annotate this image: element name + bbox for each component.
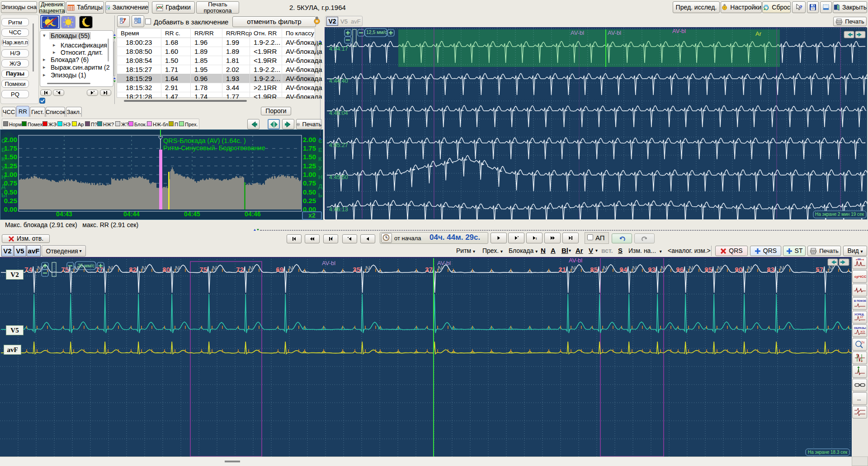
svg-text:N: N bbox=[632, 264, 637, 272]
svg-text:04:46: 04:46 bbox=[245, 210, 261, 218]
svg-text:На экране 2 мин 19 сек: На экране 2 мин 19 сек bbox=[815, 212, 864, 217]
svg-text:срЧСС: срЧСС bbox=[854, 275, 866, 279]
svg-text:N: N bbox=[142, 264, 146, 272]
svg-text:0.25: 0.25 bbox=[303, 197, 316, 204]
svg-text:...: ... bbox=[857, 396, 861, 401]
svg-text:75: 75 bbox=[199, 266, 207, 273]
svg-text:80: 80 bbox=[162, 266, 170, 273]
svg-text:1.00: 1.00 bbox=[303, 171, 316, 178]
svg-text:35: 35 bbox=[353, 266, 360, 273]
svg-text:04:43: 04:43 bbox=[56, 210, 72, 218]
svg-text:72: 72 bbox=[236, 266, 244, 273]
svg-text:75: 75 bbox=[61, 266, 69, 273]
svg-text:94: 94 bbox=[619, 266, 627, 273]
svg-text:N: N bbox=[249, 264, 254, 272]
svg-text:93: 93 bbox=[648, 266, 656, 273]
svg-text:2.00: 2.00 bbox=[303, 136, 316, 143]
svg-text:N: N bbox=[108, 264, 113, 272]
svg-text:К: К bbox=[318, 156, 322, 162]
svg-text:RR: RR bbox=[858, 258, 861, 261]
svg-text:N: N bbox=[175, 264, 180, 272]
svg-text:1.50: 1.50 bbox=[303, 153, 316, 161]
svg-text:4:46:13: 4:46:13 bbox=[329, 206, 348, 213]
svg-text:21: 21 bbox=[558, 266, 566, 273]
svg-text:N: N bbox=[660, 264, 665, 272]
svg-text:0.75: 0.75 bbox=[303, 179, 316, 187]
svg-text:AV-bl: AV-bl bbox=[672, 28, 686, 34]
svg-text:95: 95 bbox=[704, 266, 712, 273]
svg-text:В ПОКОЕ: В ПОКОЕ bbox=[854, 300, 866, 302]
svg-text:1.75: 1.75 bbox=[303, 144, 316, 152]
svg-text:Н: Н bbox=[318, 174, 322, 181]
svg-text:4:45:27: 4:45:27 bbox=[329, 142, 348, 148]
svg-text:4:45:04: 4:45:04 bbox=[329, 110, 348, 116]
svg-text:69: 69 bbox=[276, 266, 283, 273]
svg-text:0.75: 0.75 bbox=[4, 179, 17, 187]
svg-text:У: У bbox=[318, 165, 322, 171]
svg-text:На экране 18.3 сек: На экране 18.3 сек bbox=[808, 450, 848, 455]
svg-text:0.00: 0.00 bbox=[4, 205, 17, 213]
svg-text:Ритм-Синусовый. Бодрствование: Ритм-Синусовый. Бодрствование bbox=[163, 144, 265, 152]
svg-text:4:45:50: 4:45:50 bbox=[329, 174, 348, 181]
svg-text:82: 82 bbox=[129, 266, 137, 273]
svg-text:ОБРАЗЫ: ОБРАЗЫ bbox=[854, 327, 866, 329]
svg-text:1.25: 1.25 bbox=[4, 162, 17, 170]
svg-text:ST: ST bbox=[860, 316, 863, 319]
svg-text:85: 85 bbox=[590, 266, 598, 273]
svg-text:04:45: 04:45 bbox=[184, 210, 200, 218]
svg-text:Д: Д bbox=[318, 183, 323, 190]
svg-text:4:44:40: 4:44:40 bbox=[329, 78, 348, 84]
svg-text:N: N bbox=[747, 264, 752, 272]
svg-text:2.00: 2.00 bbox=[4, 136, 17, 143]
svg-text:!: ! bbox=[536, 237, 537, 240]
svg-text:?: ? bbox=[799, 5, 802, 10]
svg-text:1.75: 1.75 bbox=[4, 144, 17, 152]
svg-text:1.50: 1.50 bbox=[4, 153, 17, 161]
svg-text:!: ! bbox=[332, 237, 333, 239]
svg-text:2x: 2x bbox=[861, 341, 865, 344]
svg-text:N: N bbox=[288, 264, 293, 272]
svg-text:Е: Е bbox=[318, 147, 322, 153]
svg-text:0.25: 0.25 bbox=[4, 197, 17, 204]
svg-text:N: N bbox=[717, 264, 722, 272]
svg-text:Ar: Ar bbox=[755, 30, 762, 37]
svg-text:N: N bbox=[37, 264, 42, 272]
svg-text:N: N bbox=[571, 264, 576, 272]
svg-text:Ы: Ы bbox=[318, 192, 323, 199]
svg-text:1.25: 1.25 bbox=[303, 162, 316, 170]
svg-text:N: N bbox=[689, 264, 693, 272]
svg-text:04:44: 04:44 bbox=[123, 210, 140, 218]
svg-text:74: 74 bbox=[24, 266, 32, 273]
svg-text:N: N bbox=[779, 264, 784, 272]
svg-text:N: N bbox=[365, 264, 370, 272]
svg-text:AV-bl: AV-bl bbox=[571, 29, 584, 36]
svg-text:96: 96 bbox=[676, 266, 684, 273]
svg-text:83: 83 bbox=[767, 266, 774, 273]
svg-text:N: N bbox=[603, 264, 608, 272]
svg-text:12,5 мм/с: 12,5 мм/с bbox=[366, 29, 387, 35]
svg-text:4:44:17: 4:44:17 bbox=[329, 46, 348, 52]
svg-text:1.00: 1.00 bbox=[4, 171, 17, 178]
svg-text:AV-bl: AV-bl bbox=[608, 29, 621, 36]
svg-text:ЖЭ: ЖЭ bbox=[860, 330, 865, 333]
svg-text:AV-bl: AV-bl bbox=[322, 260, 335, 266]
svg-text:0.50: 0.50 bbox=[4, 188, 17, 196]
svg-text:37: 37 bbox=[425, 266, 433, 273]
svg-text:57: 57 bbox=[816, 266, 823, 273]
svg-text:N: N bbox=[212, 264, 217, 272]
svg-text:90: 90 bbox=[735, 266, 742, 273]
svg-text:0.50: 0.50 bbox=[303, 188, 316, 196]
svg-text:25 мм/с: 25 мм/с bbox=[78, 263, 94, 268]
svg-text:AV-bl: AV-bl bbox=[437, 260, 451, 266]
svg-text:QRS-Блокада (AV) (1.64с. ): QRS-Блокада (AV) (1.64с. ) bbox=[163, 137, 246, 144]
